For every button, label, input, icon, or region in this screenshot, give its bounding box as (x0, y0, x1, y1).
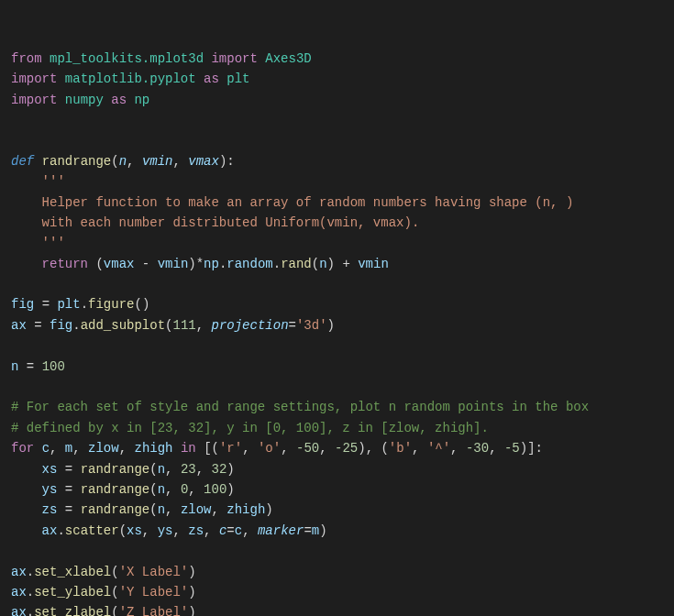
kw-as: as (204, 72, 219, 86)
kw-from: from (11, 51, 42, 66)
var: c (42, 441, 50, 456)
call: set_xlabel (34, 565, 111, 579)
var: ax (11, 605, 27, 616)
string: 'Z Label' (119, 605, 189, 616)
module: mpl_toolkits.mplot3d (50, 51, 204, 66)
docstring-close: ''' (42, 236, 65, 250)
var: ax (11, 565, 27, 579)
var: n (158, 502, 165, 517)
call: set_ylabel (34, 585, 111, 600)
var: vmin (158, 257, 189, 271)
number: -50 (296, 441, 319, 456)
param: vmin (142, 154, 173, 169)
var: ax (42, 523, 58, 538)
number: -5 (504, 441, 520, 456)
call: figure (88, 297, 134, 312)
kw-for: for (11, 441, 34, 456)
comment: # defined by x in [23, 32], y in [0, 100… (11, 421, 489, 435)
number: 23 (181, 462, 196, 477)
call: scatter (65, 523, 119, 538)
kw-def: def (11, 154, 34, 169)
module: matplotlib.pyplot (65, 72, 196, 86)
var: zs (188, 523, 204, 538)
var: zhigh (227, 502, 265, 517)
var: ys (158, 523, 173, 538)
var: c (235, 523, 242, 538)
kw-as: as (111, 93, 127, 107)
string: 'b' (389, 441, 412, 456)
kw-return: return (42, 257, 88, 271)
alias: np (134, 93, 149, 107)
var: ys (42, 482, 58, 497)
string: '3d' (296, 318, 327, 333)
var: xs (42, 462, 58, 477)
string: 'o' (258, 441, 281, 456)
string: '^' (427, 441, 450, 456)
var: vmax (104, 257, 135, 271)
call: randrange (81, 502, 150, 517)
string: 'X Label' (119, 565, 189, 579)
call: randrange (81, 482, 150, 497)
kw-import: import (11, 93, 57, 107)
docstring-open: ''' (42, 174, 65, 189)
kw-import: import (211, 51, 257, 66)
var: n (158, 462, 165, 477)
docstring-line: with each number distributed Uniform(vmi… (42, 215, 420, 230)
kw-import: import (11, 72, 57, 86)
call: add_subplot (81, 318, 165, 333)
number: -25 (335, 441, 358, 456)
call: set_zlabel (34, 605, 111, 616)
var: ax (11, 585, 27, 600)
var: fig (11, 297, 34, 312)
call: rand (281, 257, 312, 271)
string: 'Y Label' (119, 585, 189, 600)
var: n (158, 482, 165, 497)
function-name: randrange (42, 154, 112, 169)
var: m (65, 441, 72, 456)
module: numpy (65, 93, 104, 107)
var: xs (127, 523, 142, 538)
alias: plt (227, 72, 249, 86)
var: ax (11, 318, 27, 333)
var: zhigh (134, 441, 172, 456)
kw-in: in (181, 441, 196, 456)
docstring-line: Helper function to make an array of rand… (42, 195, 574, 210)
var: zlow (88, 441, 119, 456)
comment: # For each set of style and range settin… (11, 400, 589, 414)
var: vmin (358, 257, 389, 271)
var: zs (42, 502, 58, 517)
imported-name: Axes3D (265, 51, 311, 66)
number: 111 (172, 318, 195, 333)
var: n (319, 257, 326, 271)
var: plt (57, 297, 80, 312)
param: n (119, 154, 127, 169)
string: 'r' (219, 441, 242, 456)
number: 100 (42, 359, 65, 374)
var: n (11, 359, 18, 374)
var: np (204, 257, 219, 271)
param: vmax (188, 154, 219, 169)
kwarg: projection (212, 318, 289, 333)
call: randrange (81, 462, 150, 477)
number: 32 (212, 462, 227, 477)
var: fig (50, 318, 72, 333)
kwarg: marker (258, 523, 304, 538)
attr: random (227, 257, 272, 271)
var: m (312, 523, 319, 538)
code-block: from mpl_toolkits.mplot3d import Axes3D … (11, 49, 663, 616)
number: -30 (466, 441, 489, 456)
var: zlow (181, 502, 212, 517)
number: 100 (204, 482, 227, 497)
